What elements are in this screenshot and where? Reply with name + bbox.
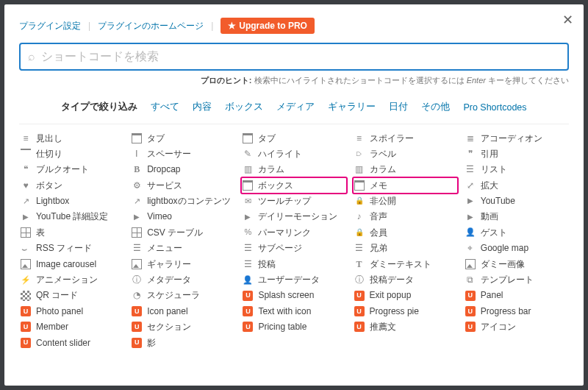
shortcode-tab[interactable]: タブ (241, 130, 346, 146)
shortcode-google-map[interactable]: Google map (464, 241, 569, 256)
shortcode-rss-feed[interactable]: RSS フィード (19, 241, 124, 256)
filter-date[interactable]: 日付 (389, 101, 408, 113)
shortcode-label: 動画 (481, 211, 498, 221)
shortcode-posts[interactable]: 投稿 (241, 256, 346, 272)
shortcode-highlight[interactable]: ハイライト (241, 146, 346, 161)
shortcode-note[interactable]: メモ (353, 177, 458, 193)
filter-pro[interactable]: Pro Shortcodes (463, 102, 526, 113)
shortcode-permalink[interactable]: パーマリンク (241, 224, 346, 240)
shortcode-exit-popup[interactable]: UExit popup (353, 288, 458, 303)
note-icon (354, 180, 365, 191)
shortcode-button[interactable]: ボタン (19, 177, 124, 193)
shortcode-spacer[interactable]: スペーサー (130, 146, 235, 161)
shortcode-section[interactable]: Uセクション (130, 319, 235, 335)
shortcode-panel[interactable]: UPanel (464, 288, 569, 303)
shortcode-heading[interactable]: 見出し (19, 130, 124, 146)
shortcode-shadow[interactable]: U影 (130, 335, 235, 350)
shortcode-label: ブルクオート (36, 164, 89, 174)
rss-feed-icon (21, 243, 31, 253)
shortcode-members[interactable]: 会員 (353, 224, 458, 240)
shortcode-meta-data[interactable]: メタデータ (130, 272, 235, 288)
shortcode-pricing-table[interactable]: UPricing table (241, 319, 346, 335)
shortcode-service[interactable]: サービス (130, 177, 235, 193)
filter-other[interactable]: その他 (421, 101, 450, 113)
shortcode-image-carousel[interactable]: Image carousel (19, 256, 124, 272)
shortcode-label: 影 (147, 338, 156, 348)
filter-media[interactable]: メディア (276, 101, 315, 113)
shortcode-label: ボタン (36, 180, 62, 191)
shortcode-splash-screen[interactable]: USplash screen (241, 288, 346, 303)
shortcode-label: アイコン (481, 322, 516, 332)
shortcode-tabs[interactable]: タブ (130, 130, 235, 146)
pro-badge-icon: U (21, 306, 31, 316)
close-icon[interactable]: ✕ (562, 13, 573, 26)
shortcode-csv-table[interactable]: CSV テーブル (130, 224, 235, 240)
shortcode-label: アコーディオン (481, 133, 542, 143)
shortcode-qr-code[interactable]: QR コード (19, 288, 124, 303)
shortcode-icon-panel[interactable]: UIcon panel (130, 303, 235, 319)
shortcode-testimonial[interactable]: U推薦文 (353, 319, 458, 335)
shortcode-user-data[interactable]: ユーザーデータ (241, 272, 346, 288)
shortcode-label: ラベル (370, 149, 396, 159)
shortcode-tooltip[interactable]: ツールチップ (241, 194, 346, 209)
filter-gallery[interactable]: ギャラリー (328, 101, 376, 113)
shortcode-siblings[interactable]: 兄弟 (353, 241, 458, 256)
shortcode-content-slider[interactable]: UContent slider (19, 335, 124, 350)
shortcode-box[interactable]: ボックス (241, 177, 346, 193)
shortcode-dailymotion[interactable]: デイリーモーション (241, 209, 346, 224)
shortcode-progress-bar[interactable]: UProgress bar (464, 303, 569, 319)
shortcode-divider[interactable]: 仕切り (19, 146, 124, 161)
shortcode-photo-panel[interactable]: UPhoto panel (19, 303, 124, 319)
shortcode-progress-pie[interactable]: UProgress pie (353, 303, 458, 319)
shortcode-dummy-image[interactable]: ダミー画像 (464, 256, 569, 272)
grid-column: アコーディオン引用リスト拡大YouTube動画ゲストGoogle mapダミー画… (464, 130, 569, 350)
shortcode-youtube-advanced[interactable]: YouTube 詳細設定 (19, 209, 124, 224)
shortcode-guests[interactable]: ゲスト (464, 224, 569, 240)
search-box[interactable]: ⌕ (19, 43, 569, 71)
shortcode-quote[interactable]: 引用 (464, 146, 569, 161)
search-input[interactable] (41, 50, 560, 63)
user-data-icon (243, 274, 253, 285)
shortcode-label: サービス (147, 180, 182, 191)
shortcode-lightbox-content[interactable]: lightboxのコンテンツ (130, 194, 235, 209)
filter-content[interactable]: 内容 (193, 101, 212, 113)
shortcode-list[interactable]: リスト (464, 162, 569, 177)
shortcode-scheduler[interactable]: スケジューラ (130, 288, 235, 303)
shortcode-expand[interactable]: 拡大 (464, 177, 569, 193)
plugin-homepage-link[interactable]: プラグインのホームページ (98, 20, 204, 32)
shortcode-label[interactable]: ラベル (353, 146, 458, 161)
upgrade-pro-button[interactable]: ★ Upgrade to PRO (220, 18, 315, 34)
shortcode-youtube[interactable]: YouTube (464, 194, 569, 209)
plugin-settings-link[interactable]: プラグイン設定 (19, 20, 81, 32)
shortcode-private[interactable]: 非公開 (353, 194, 458, 209)
shortcode-audio[interactable]: 音声 (353, 209, 458, 224)
shortcode-label: Lightbox (36, 196, 69, 206)
divider (19, 124, 569, 124)
shortcode-spoiler[interactable]: スポイラー (353, 130, 458, 146)
shortcode-post-data[interactable]: 投稿データ (353, 272, 458, 288)
shortcode-subpages[interactable]: サブページ (241, 241, 346, 256)
shortcode-pullquote[interactable]: ブルクオート (19, 162, 124, 177)
shortcode-icon[interactable]: Uアイコン (464, 319, 569, 335)
pullquote-icon (21, 164, 31, 174)
shortcode-text-with-icon[interactable]: UText with icon (241, 303, 346, 319)
shortcode-lightbox[interactable]: Lightbox (19, 194, 124, 209)
shortcode-vimeo[interactable]: Vimeo (130, 209, 235, 224)
shortcode-gallery[interactable]: ギャラリー (130, 256, 235, 272)
divider-icon (21, 149, 31, 159)
shortcode-columns[interactable]: カラム (241, 162, 346, 177)
shortcode-member[interactable]: UMember (19, 319, 124, 335)
shortcode-video[interactable]: 動画 (464, 209, 569, 224)
shortcode-table[interactable]: 表 (19, 224, 124, 240)
shortcode-label: 非公開 (370, 196, 396, 206)
shortcode-dropcap[interactable]: Dropcap (130, 162, 235, 177)
shortcode-column[interactable]: カラム (353, 162, 458, 177)
shortcode-dummy-text[interactable]: ダミーテキスト (353, 256, 458, 272)
shortcode-menu[interactable]: メニュー (130, 241, 235, 256)
shortcode-accordion[interactable]: アコーディオン (464, 130, 569, 146)
filter-box[interactable]: ボックス (225, 101, 263, 113)
shortcode-label: 見出し (36, 133, 62, 143)
shortcode-animation[interactable]: アニメーション (19, 272, 124, 288)
shortcode-template[interactable]: テンプレート (464, 272, 569, 288)
filter-all[interactable]: すべて (151, 101, 179, 113)
